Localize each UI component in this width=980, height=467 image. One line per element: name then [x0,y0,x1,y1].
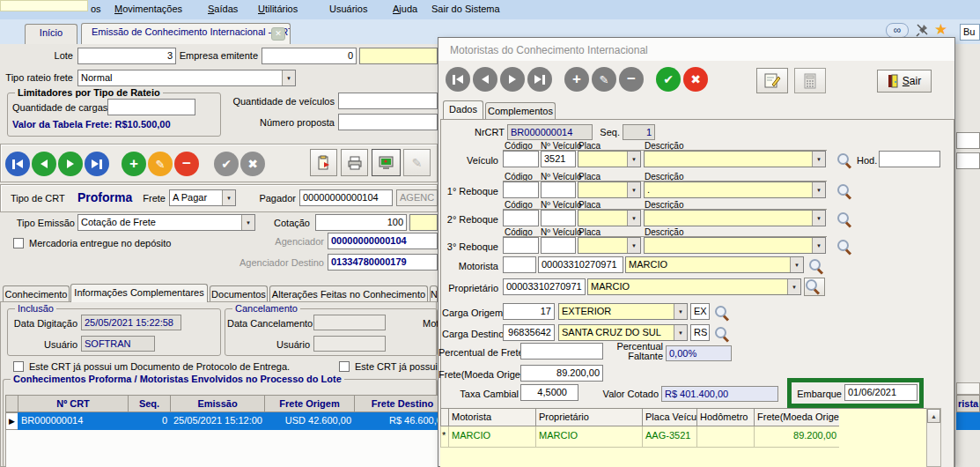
dialog-tab-complementos[interactable]: Complementos [485,102,556,119]
chevron-down-icon[interactable]: ▼ [627,211,640,226]
dgrid-header-placa[interactable]: Placa Veículo [642,408,697,426]
motorista-search-lookup-icon[interactable] [808,258,823,273]
chevron-down-icon[interactable]: ▼ [627,182,640,197]
reboque3-search-lookup-icon[interactable] [836,239,851,254]
chevron-down-icon[interactable]: ▼ [627,152,640,167]
dgrid-header-motorista[interactable]: Motorista [448,408,536,426]
chevron-down-icon[interactable]: ▼ [790,257,803,272]
report-clipboard-button[interactable] [310,149,337,176]
grid-cell-seq[interactable]: 0 [128,412,171,430]
chevron-down-icon[interactable]: ▼ [812,152,825,167]
veiculo-descricao-combo[interactable]: ▼ [644,151,826,167]
post-record-button[interactable]: ✔ [656,67,681,92]
hodometro-field[interactable] [879,151,940,167]
cancel-record-button[interactable]: ✖ [683,67,708,92]
carga-origem-search-lookup-icon[interactable] [714,305,729,320]
carga-destino-combo[interactable]: SANTA CRUZ DO SUL ▼ [558,324,688,341]
veiculo-placa-combo[interactable]: ▼ [578,151,641,167]
proprietario-search-button[interactable] [804,278,825,296]
reboque3-nrveiculo-field[interactable] [541,237,576,254]
signature-button[interactable] [756,68,788,93]
reboque2-search-lookup-icon[interactable] [836,211,851,226]
dgrid-header-proprietario[interactable]: Proprietário [535,408,643,426]
star-icon[interactable]: ★ [934,20,947,39]
prior-record-button[interactable] [32,152,56,176]
dgrid-header-frete[interactable]: Frete(Moeda Origem) [754,408,840,426]
pin-icon[interactable] [916,23,930,37]
reboque1-nrveiculo-field[interactable] [541,182,576,198]
search-input[interactable]: Bu [960,24,980,41]
tab-alteracoes[interactable]: Alterações Feitas no Conhecimento [269,285,428,302]
menu-item-saidas[interactable]: Saídas [208,4,238,14]
agenciador-field[interactable]: 00000000000104 [328,233,438,249]
motorista-nome-combo[interactable]: MARCIO ▼ [625,256,804,273]
reboque2-codigo-field[interactable] [503,210,539,226]
grid-row-selector[interactable]: ▶ [5,412,18,430]
reboque3-placa-combo[interactable]: ▼ [578,237,641,254]
dgrid-cell-motorista[interactable]: MARCIO [448,426,536,448]
reboque2-placa-combo[interactable]: ▼ [578,210,641,226]
grid-header-emissao[interactable]: Emissão [170,395,265,412]
reboque1-search-lookup-icon[interactable] [836,183,851,198]
tab-conhecimento[interactable]: Conhecimento [3,285,70,302]
dgrid-cell-placa[interactable]: AAG-3521 [642,426,697,448]
proprietario-nome-combo[interactable]: MARCIO ▼ [587,278,801,295]
menu-item-movimentacoes[interactable]: Movimentações [114,4,182,14]
lote-field[interactable]: 3 [77,48,176,64]
last-record-button[interactable] [85,152,109,176]
frete-combo[interactable]: A Pagar ▼ [169,189,236,206]
edit-record-button[interactable]: ✎ [148,152,173,176]
print-button[interactable] [341,149,368,176]
reboque3-descricao-combo[interactable]: ▼ [644,237,826,254]
chevron-down-icon[interactable]: ▼ [812,211,825,226]
proprietario-documento-field[interactable]: 00003310270971 [503,278,586,295]
taxa-cambial-field[interactable]: 4,5000 [520,384,578,401]
numero-proposta-field[interactable] [338,114,438,130]
chevron-down-icon[interactable]: ▼ [674,304,687,319]
scrollbar-up-button[interactable]: ▲ [927,409,940,423]
veiculo-codigo-field[interactable] [503,151,539,167]
menu-item-ajuda[interactable]: Ajuda [393,4,417,14]
veiculo-nrveiculo-field[interactable]: 3521 [541,151,576,167]
favorites-infinity-button[interactable]: ∞ [886,23,909,38]
tab-inicio[interactable]: Início [25,24,77,44]
grid-cell-frete-destino[interactable]: R$ 46.600,00 [354,412,451,430]
empresa-descricao-field[interactable] [359,48,438,64]
cotacao-field[interactable]: 100 [315,214,407,231]
pagador-field[interactable]: 00000000000104 [299,189,393,206]
reboque2-descricao-combo[interactable]: ▼ [644,210,826,226]
next-record-button[interactable] [58,152,83,176]
dgrid-cell-frete[interactable]: 89.200,00 [754,426,840,448]
grid-header-seq[interactable]: Seq. [128,395,171,412]
chevron-down-icon[interactable]: ▼ [222,190,235,205]
tab-document[interactable]: Emissão de Conhecimento Internacional - … [81,23,291,44]
percentual-frete-field[interactable] [520,343,603,360]
chevron-down-icon[interactable]: ▼ [627,238,640,253]
agenciador-destino-field[interactable]: 01334780000179 [328,254,438,271]
carga-destino-search-lookup-icon[interactable] [714,326,729,341]
post-record-button[interactable]: ✔ [214,152,239,176]
sair-button[interactable]: Sair [877,70,932,93]
frete-moeda-origem-field[interactable]: 89.200,00 [520,365,603,382]
dialog-titlebar[interactable]: Motoristas do Conhecimento Internacional [438,38,954,61]
chevron-down-icon[interactable]: ▼ [787,279,800,294]
reboque1-descricao-combo[interactable]: .▼ [644,182,826,198]
carga-destino-codigo-field[interactable]: 96835642 [503,324,555,341]
chevron-down-icon[interactable]: ▼ [241,215,254,230]
quantidade-veiculos-field[interactable] [338,93,438,109]
tipo-rateio-combo[interactable]: Normal ▼ [77,70,296,86]
carga-origem-combo[interactable]: EXTERIOR ▼ [558,303,688,320]
tab-documentos[interactable]: Documentos [210,285,268,302]
delete-record-button[interactable]: − [174,152,199,176]
menu-item-utilitarios[interactable]: Utilitários [258,4,298,14]
chevron-down-icon[interactable]: ▼ [812,182,825,197]
tab-informacoes-complementares[interactable]: Informações Complementares [70,284,208,302]
dgrid-cell-proprietario[interactable]: MARCIO [535,426,643,448]
motorista-codigo-field[interactable] [503,256,536,273]
chevron-down-icon[interactable]: ▼ [812,238,825,253]
chevron-down-icon[interactable]: ▼ [674,325,687,340]
grid-cell-frete-origem[interactable]: USD 42.600,00 [264,412,355,430]
menu-item-cadastros[interactable]: os [91,4,101,14]
tipo-emissao-combo[interactable]: Cotação de Frete ▼ [77,214,255,231]
cancel-record-button[interactable]: ✖ [240,152,265,176]
